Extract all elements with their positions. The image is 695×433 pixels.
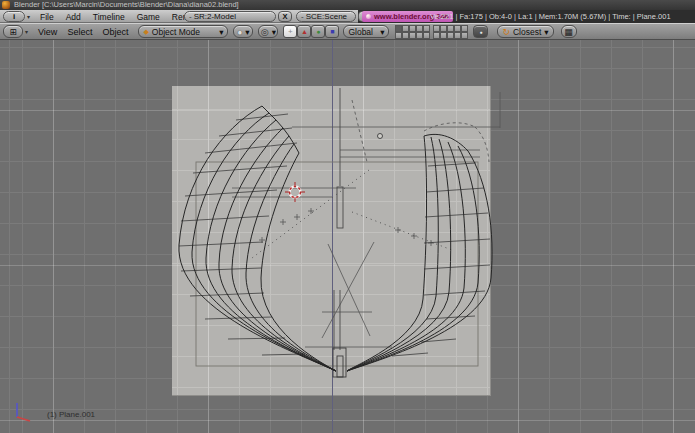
layer-toggle[interactable] <box>433 32 440 39</box>
window-type-button[interactable]: i <box>3 11 25 22</box>
browse-icon: - <box>301 12 304 21</box>
lock-layers-button[interactable]: ● <box>473 25 488 38</box>
scene-selector-group: - SCE:Scene X <box>296 10 372 23</box>
layer-buttons <box>395 25 468 39</box>
layer-group-2 <box>433 25 468 39</box>
rotate-manipulator-icon[interactable]: ● <box>311 25 325 38</box>
chevron-down-icon: ▾ <box>380 27 384 37</box>
layer-toggle[interactable] <box>409 25 416 32</box>
browse-icon: - <box>189 12 192 21</box>
layer-toggle[interactable] <box>416 25 423 32</box>
menu-object[interactable]: Object <box>102 27 128 37</box>
close-icon: X <box>282 12 287 21</box>
menu-game[interactable]: Game <box>135 12 162 22</box>
render-preview-icon: ▦ <box>564 27 573 37</box>
menu-timeline[interactable]: Timeline <box>91 12 127 22</box>
scene-statistics: Ve:221 | Fa:175 | Ob:4-0 | La:1 | Mem:1.… <box>430 10 671 23</box>
render-preview-button[interactable]: ▦ <box>561 25 577 38</box>
layer-toggle[interactable] <box>454 25 461 32</box>
layer-toggle[interactable] <box>409 32 416 39</box>
screen-selector-value: SR:2-Model <box>194 12 236 21</box>
active-object-label: (1) Plane.001 <box>47 410 95 419</box>
orientation-dropdown[interactable]: Global ▾ <box>343 25 389 38</box>
layer-toggle[interactable] <box>461 32 468 39</box>
pivot-point-icon: ◎ <box>261 27 269 37</box>
editor-type-button[interactable]: ⊞ <box>3 25 23 38</box>
chevron-down-icon: ▾ <box>272 27 276 37</box>
chevron-down-icon: ▾ <box>544 27 548 37</box>
view3d-header: ⊞ ▾ View Select Object ◆ Object Mode ▾ ●… <box>0 23 695 40</box>
window-type-group: i ▾ <box>3 10 30 23</box>
view3d-editor-icon: ⊞ <box>9 27 16 37</box>
layer-group-1 <box>395 25 430 39</box>
mode-dropdown-value: Object Mode <box>152 27 200 37</box>
layer-toggle[interactable] <box>395 32 402 39</box>
snap-dropdown[interactable]: ↻ Closest ▾ <box>497 25 553 38</box>
blender-logo-icon: i <box>13 12 15 21</box>
draw-type-dropdown[interactable]: ● ▾ <box>233 25 253 38</box>
layer-toggle[interactable] <box>402 32 409 39</box>
layer-toggle[interactable] <box>395 25 402 32</box>
layer-toggle[interactable] <box>440 32 447 39</box>
layer-toggle[interactable] <box>423 32 430 39</box>
pivot-point-dropdown[interactable]: ◎ ▾ <box>258 25 278 38</box>
layer-toggle[interactable] <box>416 32 423 39</box>
mode-dropdown[interactable]: ◆ Object Mode ▾ <box>138 25 228 38</box>
chevron-down-icon: ▾ <box>245 27 249 37</box>
menu-add[interactable]: Add <box>64 12 83 22</box>
layer-toggle[interactable] <box>447 25 454 32</box>
layer-toggle[interactable] <box>461 25 468 32</box>
viewport-canvas[interactable]: (1) Plane.001 <box>0 40 695 433</box>
layer-toggle[interactable] <box>440 25 447 32</box>
scale-manipulator-icon[interactable]: ■ <box>325 25 339 38</box>
blender-window: Blender [C:\Users\Marcin\Documents\Blend… <box>0 0 695 433</box>
scene-selector[interactable]: - SCE:Scene <box>296 11 356 22</box>
draw-type-sphere-icon: ● <box>237 27 242 37</box>
menu-file[interactable]: File <box>38 12 56 22</box>
layer-toggle[interactable] <box>447 32 454 39</box>
layer-toggle[interactable] <box>423 25 430 32</box>
chevron-down-icon[interactable]: ▾ <box>25 28 28 35</box>
axis-gizmo <box>17 403 30 421</box>
layer-toggle[interactable] <box>402 25 409 32</box>
scene-selector-value: SCE:Scene <box>306 12 347 21</box>
object-mode-icon: ◆ <box>143 28 148 36</box>
window-title: Blender [C:\Users\Marcin\Documents\Blend… <box>14 0 239 9</box>
info-header: i ▾ File Add Timeline Game Render Help -… <box>0 10 695 23</box>
translate-manipulator-icon[interactable]: ▲ <box>297 25 311 38</box>
snap-magnet-icon: ↻ <box>502 27 510 37</box>
screen-selector[interactable]: - SR:2-Model <box>184 11 276 22</box>
menu-view[interactable]: View <box>38 27 57 37</box>
vertex-marker <box>378 134 383 139</box>
app-icon <box>2 1 10 9</box>
layer-toggle[interactable] <box>454 32 461 39</box>
menu-select[interactable]: Select <box>67 27 92 37</box>
chevron-down-icon: ▾ <box>219 27 223 37</box>
manipulator-toggles: + ▲ ● ■ <box>283 25 339 38</box>
layer-toggle[interactable] <box>433 25 440 32</box>
cursor-3d <box>285 182 305 202</box>
snap-mode-value: Closest <box>513 27 541 37</box>
manipulator-hand-icon[interactable]: + <box>283 25 297 38</box>
hull-wireframe <box>0 40 695 433</box>
orientation-value: Global <box>348 27 373 37</box>
blender-org-icon <box>366 14 371 19</box>
screen-selector-group: - SR:2-Model X <box>184 10 292 23</box>
window-titlebar[interactable]: Blender [C:\Users\Marcin\Documents\Blend… <box>0 0 695 10</box>
lock-icon: ● <box>479 29 482 35</box>
screen-close-button[interactable]: X <box>278 11 292 22</box>
chevron-down-icon[interactable]: ▾ <box>27 13 30 20</box>
